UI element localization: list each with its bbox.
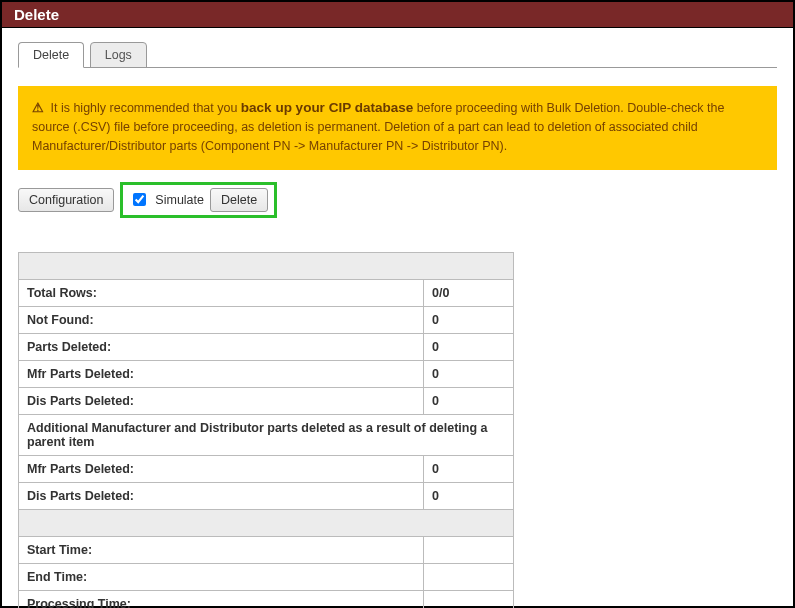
- warning-text-pre: It is highly recommended that you: [50, 101, 240, 115]
- end-time-value: [424, 563, 514, 590]
- dis-parts-deleted2-value: 0: [424, 482, 514, 509]
- start-time-value: [424, 536, 514, 563]
- mfr-parts-deleted-value: 0: [424, 360, 514, 387]
- total-rows-label: Total Rows:: [19, 279, 424, 306]
- mfr-parts-deleted2-label: Mfr Parts Deleted:: [19, 455, 424, 482]
- stats-table: Total Rows: 0/0 Not Found: 0 Parts Delet…: [18, 252, 514, 608]
- start-time-label: Start Time:: [19, 536, 424, 563]
- parts-deleted-label: Parts Deleted:: [19, 333, 424, 360]
- controls-row: Configuration Simulate Delete: [18, 182, 777, 218]
- warning-banner: ⚠ It is highly recommended that you back…: [18, 86, 777, 170]
- delete-button[interactable]: Delete: [210, 188, 268, 212]
- tab-logs[interactable]: Logs: [90, 42, 147, 68]
- mfr-parts-deleted-label: Mfr Parts Deleted:: [19, 360, 424, 387]
- additional-note: Additional Manufacturer and Distributor …: [19, 414, 514, 455]
- stats-divider-blank: [19, 509, 514, 536]
- end-time-label: End Time:: [19, 563, 424, 590]
- processing-time-value: [424, 590, 514, 608]
- dis-parts-deleted2-label: Dis Parts Deleted:: [19, 482, 424, 509]
- mfr-parts-deleted2-value: 0: [424, 455, 514, 482]
- parts-deleted-value: 0: [424, 333, 514, 360]
- configuration-button[interactable]: Configuration: [18, 188, 114, 212]
- dis-parts-deleted-value: 0: [424, 387, 514, 414]
- dis-parts-deleted-label: Dis Parts Deleted:: [19, 387, 424, 414]
- not-found-label: Not Found:: [19, 306, 424, 333]
- tabs: Delete Logs: [18, 42, 793, 68]
- simulate-delete-highlight: Simulate Delete: [120, 182, 277, 218]
- not-found-value: 0: [424, 306, 514, 333]
- simulate-checkbox[interactable]: [133, 193, 146, 206]
- total-rows-value: 0/0: [424, 279, 514, 306]
- warning-icon: ⚠: [32, 101, 44, 115]
- processing-time-label: Processing Time:: [19, 590, 424, 608]
- tab-delete[interactable]: Delete: [18, 42, 84, 68]
- warning-text-bold: back up your CIP database: [241, 100, 413, 115]
- simulate-label: Simulate: [155, 193, 204, 207]
- page-title: Delete: [2, 2, 793, 28]
- stats-header-blank: [19, 252, 514, 279]
- tabs-divider: [18, 67, 777, 68]
